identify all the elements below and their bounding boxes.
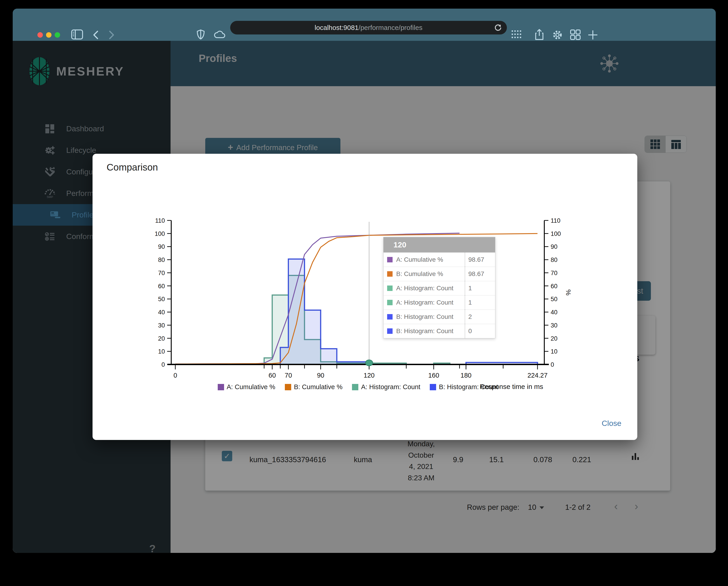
legend-swatch-icon	[352, 384, 358, 390]
chart-tick-label: 180	[461, 372, 471, 379]
legend-swatch-icon	[430, 384, 436, 390]
url-host: localhost:9081	[315, 24, 358, 31]
chart-tick-label: 100	[551, 231, 561, 237]
tooltip-label: A: Histogram: Count	[396, 299, 465, 306]
tooltip-row: A: Histogram: Count1	[384, 295, 495, 310]
chart-tick-label: 10	[158, 348, 165, 355]
chart-tick-label: 0	[551, 361, 554, 368]
tooltip-swatch-icon	[387, 328, 393, 334]
url-path: /performance/profiles	[359, 24, 422, 31]
tooltip-row: A: Cumulative %98.67	[384, 252, 495, 267]
chart-tick-label: 20	[551, 335, 557, 342]
chart-tick-label: 70	[551, 270, 557, 276]
chart-tick-label: %	[565, 289, 572, 295]
tooltip-value: 98.67	[465, 267, 495, 281]
share-icon[interactable]	[535, 29, 544, 41]
chart-tick-label: 0	[161, 361, 165, 368]
chart-tick-label: 80	[551, 257, 557, 263]
chart-tick-label: 110	[551, 217, 561, 224]
chart-tick-label: 10	[551, 348, 557, 355]
tooltip-value: 1	[465, 295, 495, 310]
hover-point	[366, 360, 373, 366]
new-tab-plus-icon[interactable]	[588, 30, 598, 40]
chart-tick-label: 40	[158, 309, 165, 316]
tooltip-header: 120	[384, 237, 495, 252]
tooltip-swatch-icon	[387, 300, 393, 305]
legend-item[interactable]: A: Cumulative %	[218, 383, 275, 391]
legend-label: A: Histogram: Count	[361, 383, 420, 391]
forward-icon[interactable]	[108, 30, 115, 39]
chart-tick-label: 70	[158, 270, 165, 276]
tooltip-value: 0	[465, 324, 495, 338]
chart-tick-label: 80	[158, 257, 165, 263]
chart-tick-label: 160	[428, 372, 439, 379]
chart-legend: A: Cumulative %B: Cumulative %A: Histogr…	[167, 383, 548, 391]
chart-tick-label: 60	[551, 283, 557, 290]
tooltip-row: A: Histogram: Count1	[384, 281, 495, 295]
address-bar[interactable]: localhost:9081/performance/profiles	[230, 21, 507, 34]
legend-swatch-icon	[218, 384, 224, 390]
browser-chrome: localhost:9081/performance/profiles	[13, 9, 716, 41]
chart-tooltip: 120 A: Cumulative %98.67B: Cumulative %9…	[383, 237, 495, 338]
comparison-chart[interactable]: 0010102020303040405050606070708080909010…	[93, 154, 637, 440]
tooltip-row: B: Cumulative %98.67	[384, 267, 495, 281]
chart-tick-label: 30	[551, 322, 557, 329]
tooltip-value: 2	[465, 310, 495, 324]
privacy-shield-icon[interactable]	[197, 29, 205, 39]
tooltip-label: B: Histogram: Count	[396, 313, 465, 320]
legend-item[interactable]: A: Histogram: Count	[352, 383, 420, 391]
tooltip-swatch-icon	[387, 271, 393, 277]
grid-dots-icon[interactable]	[512, 30, 523, 39]
chart-tick-label: 50	[551, 296, 557, 302]
back-icon[interactable]	[93, 30, 99, 39]
browser-window: localhost:9081/performance/profiles	[13, 9, 716, 553]
toggle-sidebar-icon[interactable]	[71, 29, 83, 39]
chart-tick-label: 60	[268, 372, 276, 379]
tooltip-label: A: Histogram: Count	[396, 285, 465, 292]
tooltip-value: 1	[465, 281, 495, 295]
zoom-window-button[interactable]	[55, 32, 60, 38]
chart-tick-label: 120	[364, 372, 374, 379]
chart-tick-label: 70	[285, 372, 292, 379]
chart-tick-label: 100	[155, 231, 165, 237]
tooltip-row: B: Histogram: Count0	[384, 324, 495, 338]
legend-label: B: Cumulative %	[294, 383, 342, 391]
chart-tick-label: 110	[155, 217, 165, 224]
chart-tick-label: 20	[158, 335, 165, 342]
tooltip-label: B: Cumulative %	[396, 270, 465, 277]
tooltip-value: 98.67	[465, 252, 495, 267]
tooltip-swatch-icon	[387, 314, 393, 320]
chart-tick-label: 90	[551, 243, 557, 250]
legend-item[interactable]: B: Histogram: Count	[430, 383, 498, 391]
chart-tick-label: 224.27	[527, 372, 548, 379]
tooltip-swatch-icon	[387, 286, 393, 291]
tab-overview-icon[interactable]	[570, 29, 580, 40]
icloud-icon[interactable]	[214, 30, 226, 38]
reload-icon[interactable]	[494, 24, 502, 32]
chart-tick-label: 90	[317, 372, 324, 379]
chart-tick-label: 50	[158, 296, 165, 302]
chart-tick-label: 0	[174, 372, 177, 379]
tooltip-row: B: Histogram: Count2	[384, 310, 495, 324]
browser-settings-gear-icon[interactable]	[552, 29, 563, 41]
minimize-window-button[interactable]	[46, 32, 51, 38]
chart-tick-label: 90	[158, 243, 165, 250]
legend-swatch-icon	[285, 384, 291, 390]
histogram-series-B	[280, 259, 369, 365]
legend-item[interactable]: B: Cumulative %	[285, 383, 342, 391]
comparison-modal: Comparison 00101020203030404050506060707…	[93, 154, 637, 440]
tooltip-label: A: Cumulative %	[396, 256, 465, 263]
close-window-button[interactable]	[37, 32, 43, 38]
chart-tick-label: 30	[158, 322, 165, 329]
tooltip-swatch-icon	[387, 257, 393, 262]
legend-label: B: Histogram: Count	[439, 383, 498, 391]
chart-tick-label: 60	[158, 283, 165, 290]
legend-label: A: Cumulative %	[227, 383, 275, 391]
chart-tick-label: 40	[551, 309, 557, 316]
close-button[interactable]: Close	[600, 419, 623, 428]
tooltip-label: B: Histogram: Count	[396, 327, 465, 335]
